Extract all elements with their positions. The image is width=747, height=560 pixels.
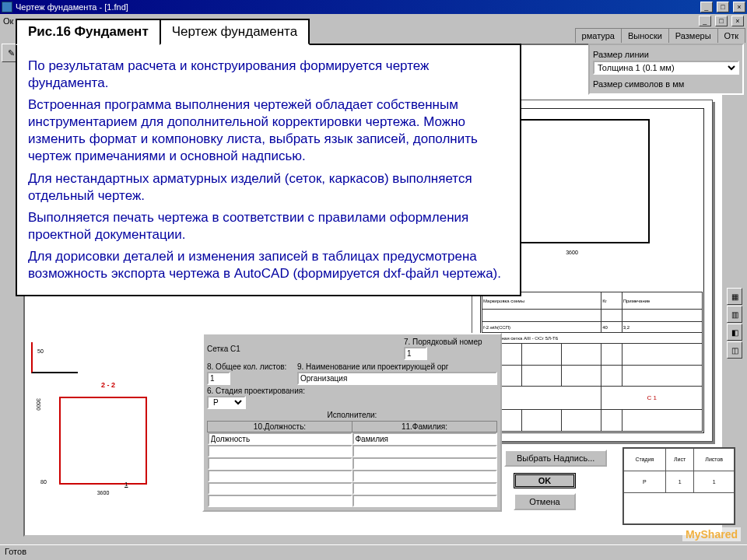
f8-label: 8. Общее кол. листов: <box>207 362 293 371</box>
inner-minimize-button[interactable]: _ <box>699 16 711 26</box>
surname-input-6[interactable] <box>352 495 497 507</box>
f6-select[interactable]: Р <box>207 396 246 409</box>
position-input-3[interactable] <box>208 457 352 470</box>
window-titlebar: Чертеж фундамента - [1.fnd] _ □ × <box>0 0 747 14</box>
surname-input-1[interactable] <box>352 432 497 445</box>
cancel-button[interactable]: Отмена <box>514 493 576 510</box>
dim-50: 50 <box>37 348 44 354</box>
title-block-dialog: Сетка С1 7. Порядковый номер 8. Общее ко… <box>202 333 502 512</box>
maximize-button[interactable]: □ <box>717 2 729 12</box>
close-button[interactable]: × <box>733 2 745 12</box>
line-size-select[interactable]: Толщина 1 (0.1 мм) <box>593 61 739 75</box>
surname-input-5[interactable] <box>352 482 497 495</box>
callout-body: По результатам расчета и конструирования… <box>16 44 521 296</box>
performers-header: Исполнители: <box>207 409 497 421</box>
line-size-label: Размер линии <box>593 50 739 59</box>
tab-callouts[interactable]: Выноски <box>621 28 669 43</box>
annotation-callout: Рис.16 Фундамент Чертеж фундамента По ре… <box>16 17 521 296</box>
callout-p4: Выполняется печать чертежа в соответстви… <box>28 209 509 243</box>
dim-3600-horizontal: 3600 <box>59 490 147 495</box>
performers-table: 10.Должность: 11.Фамилия: <box>207 421 497 507</box>
dim-3600-vertical: 3600 <box>36 398 41 411</box>
surname-input-3[interactable] <box>352 457 497 470</box>
section-callout-1: 1 <box>124 481 128 488</box>
minimize-button[interactable]: _ <box>700 2 713 12</box>
f7-label: 7. Порядковый номер <box>404 338 497 346</box>
properties-panel: Размер линии Толщина 1 (0.1 мм) Размер с… <box>588 44 744 95</box>
window-title: Чертеж фундамента - [1.fnd] <box>16 2 128 12</box>
tab-dims[interactable]: Размеры <box>668 28 718 43</box>
menu-item-ok[interactable]: Ок <box>3 16 13 26</box>
position-input-5[interactable] <box>208 482 352 495</box>
palette-icon-1[interactable]: ▦ <box>727 288 742 305</box>
callout-p3: Для нестандартных арматурных изделий (се… <box>28 170 509 205</box>
callout-p1: По результатам расчета и конструирования… <box>28 58 509 92</box>
select-caption-button[interactable]: Выбрать Надпись... <box>504 450 607 467</box>
sheet-stamp: СтадияЛистЛистов Р11 <box>622 447 735 525</box>
position-input-2[interactable] <box>208 445 352 457</box>
position-input-6[interactable] <box>208 495 352 507</box>
inner-close-button[interactable]: × <box>731 16 744 26</box>
section-view-area: 50 2 - 2 3600 80 3600 1 <box>31 342 195 521</box>
col-position-header: 10.Должность: <box>208 422 352 432</box>
watermark: MyShared <box>682 527 741 541</box>
status-text: Готов <box>5 547 26 556</box>
f8-input[interactable] <box>207 372 230 385</box>
f6-label: 6. Стадия проектирования: <box>207 387 324 395</box>
tab-armature[interactable]: рматура <box>575 28 622 43</box>
preview-title-block: Маркировка схемыКгПримечание f-2.wth(ССП… <box>482 292 703 432</box>
symbol-size-label: Размер символов в мм <box>593 79 739 89</box>
right-tool-palette: ▦ ▥ ◧ ◫ <box>727 288 744 359</box>
f7-input[interactable] <box>404 347 427 360</box>
ribbon-tabs: рматура Выноски Размеры Отк <box>576 28 745 43</box>
callout-tab-title: Чертеж фундамента <box>160 19 310 45</box>
inner-maximize-button[interactable]: □ <box>715 16 728 26</box>
grid-label: Сетка С1 <box>207 345 404 353</box>
app-icon <box>2 2 12 12</box>
status-bar: Готов <box>0 544 747 560</box>
surname-input-4[interactable] <box>352 470 497 482</box>
palette-icon-4[interactable]: ◫ <box>727 341 742 359</box>
f9-input[interactable] <box>297 372 497 385</box>
surname-input-2[interactable] <box>352 445 497 457</box>
palette-icon-3[interactable]: ◧ <box>727 324 742 341</box>
section-title: 2 - 2 <box>101 381 115 389</box>
callout-p2: Встроенная программа выполнения чертежей… <box>28 96 509 165</box>
col-surname-header: 11.Фамилия: <box>352 422 497 432</box>
callout-tab-figure: Рис.16 Фундамент <box>16 19 161 45</box>
position-input-4[interactable] <box>208 470 352 482</box>
section-2-2-outline <box>59 397 147 485</box>
position-input-1[interactable] <box>208 432 352 445</box>
dim-80: 80 <box>40 479 47 485</box>
callout-p5: Для дорисовки деталей и изменения записе… <box>28 248 509 282</box>
ok-button[interactable]: OK <box>514 473 576 488</box>
palette-icon-2[interactable]: ▥ <box>727 306 742 323</box>
f9-label: 9. Наименование или проектирующей орг <box>297 362 497 371</box>
tab-otk[interactable]: Отк <box>717 28 745 43</box>
